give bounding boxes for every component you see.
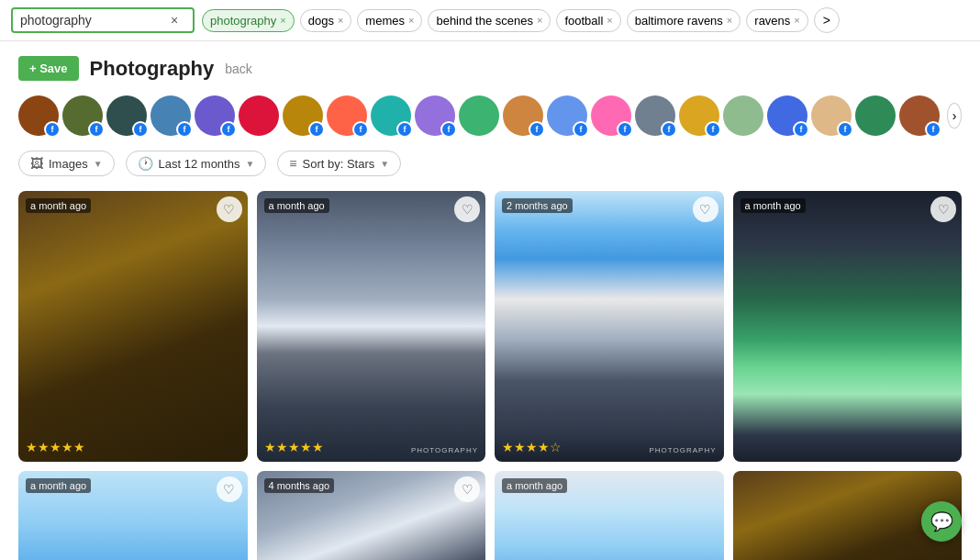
card-timestamp: a month ago <box>26 198 91 213</box>
avatar-wrap[interactable]: f <box>371 95 411 136</box>
avatar-wrap[interactable]: f <box>591 95 631 136</box>
card-timestamp: a month ago <box>26 478 91 493</box>
card-heart-button[interactable]: ♡ <box>454 196 480 222</box>
image-card-7[interactable]: a month ago <box>495 471 724 560</box>
facebook-badge: f <box>705 121 721 136</box>
tag-baltimore-ravens[interactable]: baltimore ravens × <box>627 9 741 32</box>
avatar-wrap[interactable]: f <box>811 95 852 136</box>
images-filter[interactable]: 🖼 Images ▼ <box>18 151 115 176</box>
facebook-badge: f <box>176 121 193 136</box>
page-title: Photography <box>90 57 215 81</box>
bottom-row: a month ago ♡ 4 months ago ♡ a month ago… <box>18 471 962 560</box>
avatar-wrap[interactable]: f <box>899 95 940 136</box>
image-card-4[interactable]: a month ago ♡ <box>733 191 963 462</box>
facebook-badge: f <box>529 121 545 136</box>
tag-close-memes[interactable]: × <box>408 15 414 26</box>
card-heart-button[interactable]: ♡ <box>454 476 480 502</box>
avatar-wrap[interactable]: f <box>503 95 543 136</box>
tag-close-behind[interactable]: × <box>537 15 542 26</box>
search-input-wrapper: × <box>11 7 195 33</box>
avatar-wrap[interactable] <box>855 95 896 136</box>
clock-icon: 🕐 <box>138 156 153 171</box>
tag-close-ravens[interactable]: × <box>794 15 799 26</box>
avatar-wrap[interactable]: f <box>635 95 675 136</box>
avatar-wrap[interactable]: f <box>62 95 103 136</box>
image-icon: 🖼 <box>30 156 43 171</box>
chat-icon: 💬 <box>930 510 953 532</box>
image-card-1[interactable]: a month ago ♡ ★★★★★ <box>18 191 248 462</box>
card-watermark: PHOTOGRAPHY <box>411 446 478 454</box>
chat-button[interactable]: 💬 <box>921 501 962 542</box>
tag-football[interactable]: football × <box>556 9 620 32</box>
card-timestamp: 4 months ago <box>264 478 335 493</box>
image-card-3[interactable]: 2 months ago ♡ ★★★★☆ PHOTOGRAPHY <box>495 191 724 462</box>
avatar-wrap[interactable] <box>459 95 499 136</box>
card-heart-button[interactable]: ♡ <box>217 476 242 502</box>
facebook-badge: f <box>661 121 677 136</box>
tags-container: photography × dogs × memes × behind the … <box>202 7 840 33</box>
tag-ravens[interactable]: ravens × <box>746 9 807 32</box>
back-link[interactable]: back <box>225 62 252 76</box>
tag-behind-the-scenes[interactable]: behind the scenes × <box>428 9 551 32</box>
save-button[interactable]: + Save <box>18 56 79 81</box>
image-card-6[interactable]: 4 months ago ♡ <box>257 471 486 560</box>
tag-label: baltimore ravens <box>635 14 723 28</box>
tag-memes[interactable]: memes × <box>357 9 422 32</box>
facebook-badge: f <box>440 121 457 136</box>
content-area: + Save Photography back f f f f f f f f … <box>0 41 980 560</box>
avatar-wrap[interactable]: f <box>415 95 455 136</box>
time-filter[interactable]: 🕐 Last 12 months ▼ <box>126 151 267 176</box>
image-card-5[interactable]: a month ago ♡ <box>18 471 248 560</box>
card-stars: ★★★★☆ <box>502 440 562 454</box>
facebook-badge: f <box>837 121 853 136</box>
sort-filter-label: Sort by: Stars <box>303 157 375 171</box>
facebook-badge: f <box>352 121 369 136</box>
chevron-down-icon: ▼ <box>245 159 254 169</box>
card-heart-button[interactable]: ♡ <box>217 196 242 222</box>
clear-icon[interactable]: × <box>171 13 178 28</box>
facebook-badge: f <box>88 121 105 136</box>
search-bar: × photography × dogs × memes × behind th… <box>0 0 980 41</box>
avatar-wrap[interactable] <box>723 95 763 136</box>
more-tags-button[interactable]: > <box>814 7 840 33</box>
avatar-wrap[interactable]: f <box>679 95 719 136</box>
avatar-wrap[interactable]: f <box>106 95 147 136</box>
tag-label: behind the scenes <box>436 14 533 28</box>
avatar-wrap[interactable]: f <box>327 95 367 136</box>
tag-close-photography[interactable]: × <box>280 15 285 26</box>
avatar-wrap[interactable]: f <box>18 95 59 136</box>
card-heart-button[interactable]: ♡ <box>930 196 956 222</box>
avatar-wrap[interactable]: f <box>767 95 807 136</box>
card-timestamp: a month ago <box>502 478 567 493</box>
tag-close-dogs[interactable]: × <box>338 15 343 26</box>
tag-photography[interactable]: photography × <box>202 9 295 32</box>
tag-close-baltimore[interactable]: × <box>727 15 732 26</box>
tag-label: memes <box>365 14 405 28</box>
avatar <box>459 95 499 136</box>
search-input[interactable] <box>20 13 167 28</box>
tag-dogs[interactable]: dogs × <box>300 9 352 32</box>
card-stars: ★★★★★ <box>264 440 324 454</box>
avatar <box>723 95 763 136</box>
tag-label: ravens <box>754 14 790 28</box>
images-grid: a month ago ♡ ★★★★★ a month ago ♡ ★★★★★ … <box>18 191 962 462</box>
avatar-wrap[interactable] <box>239 95 279 136</box>
card-heart-button[interactable]: ♡ <box>693 196 718 222</box>
avatar-wrap[interactable]: f <box>283 95 323 136</box>
facebook-badge: f <box>44 121 61 136</box>
card-timestamp: 2 months ago <box>502 198 573 213</box>
sort-filter[interactable]: ≡ Sort by: Stars ▼ <box>277 151 401 176</box>
avatar-wrap[interactable]: f <box>150 95 191 136</box>
avatar-wrap[interactable]: f <box>547 95 587 136</box>
image-card-2[interactable]: a month ago ♡ ★★★★★ PHOTOGRAPHY <box>257 191 486 462</box>
facebook-badge: f <box>793 121 809 136</box>
card-watermark: PHOTOGRAPHY <box>649 446 716 454</box>
card-stars: ★★★★★ <box>26 440 85 454</box>
avatar-wrap[interactable]: f <box>195 95 235 136</box>
avatars-next-button[interactable]: › <box>947 103 962 129</box>
sort-icon: ≡ <box>289 156 296 171</box>
images-filter-label: Images <box>49 157 88 171</box>
tag-close-football[interactable]: × <box>607 15 612 26</box>
facebook-badge: f <box>925 121 941 136</box>
facebook-badge: f <box>573 121 589 136</box>
